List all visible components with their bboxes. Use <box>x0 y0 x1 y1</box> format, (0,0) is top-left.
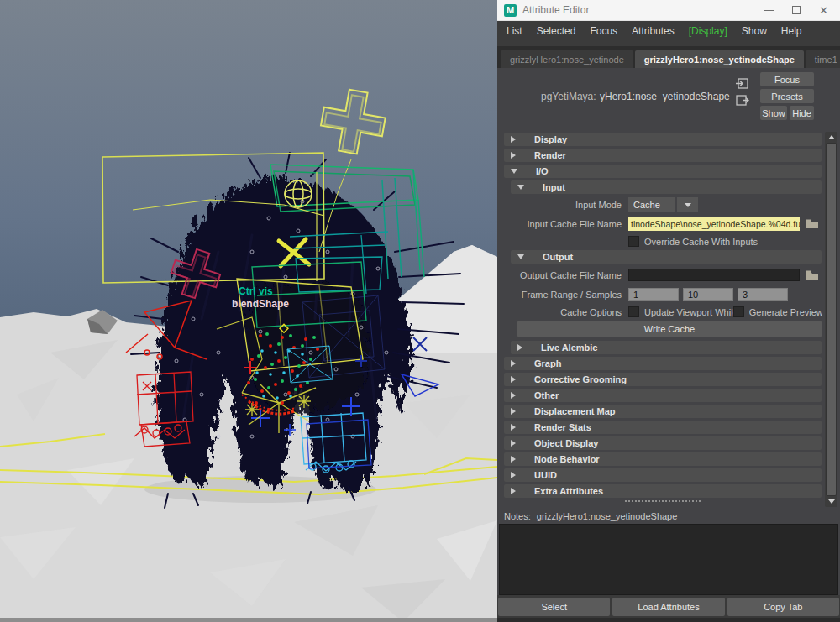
viewport-bottom-edge <box>0 618 497 622</box>
section-display[interactable]: Display <box>504 133 822 146</box>
menu-help[interactable]: Help <box>781 25 802 37</box>
attributes-scroll-area: Display Render I/O Input Input Mode Cach… <box>497 130 840 509</box>
maximize-icon[interactable] <box>792 6 801 14</box>
chevron-down-icon <box>511 169 517 174</box>
browse-folder-icon[interactable] <box>806 269 819 280</box>
section-graph[interactable]: Graph <box>504 357 822 370</box>
footer-buttons: Select Load Attributes Copy Tab <box>497 595 840 618</box>
load-arrow-out-icon[interactable] <box>735 94 749 107</box>
section-label: Render <box>534 150 566 160</box>
chevron-right-icon <box>511 456 516 463</box>
attribute-editor-panel: M Attribute Editor ✕ List Selected Focus… <box>497 0 840 622</box>
update-viewport-label: Update Viewport While <box>644 307 733 317</box>
notes-textarea[interactable] <box>499 524 838 595</box>
samples-field[interactable]: 3 <box>738 288 788 301</box>
chevron-right-icon <box>511 408 516 415</box>
scrollbar-thumb[interactable] <box>826 143 837 496</box>
copy-tab-button[interactable]: Copy Tab <box>727 598 839 616</box>
section-label: Render Stats <box>534 422 591 432</box>
chevron-right-icon <box>511 136 516 143</box>
window-bottom-edge <box>497 618 840 622</box>
window-titlebar[interactable]: M Attribute Editor ✕ <box>497 0 840 21</box>
update-viewport-checkbox[interactable] <box>628 306 639 317</box>
scroll-up-arrow-icon[interactable] <box>825 132 837 143</box>
section-extra-attributes[interactable]: Extra Attributes <box>504 484 822 498</box>
frame-start-field[interactable]: 1 <box>628 288 679 301</box>
viewport-canvas[interactable]: Ctrl vis blendShape <box>0 0 497 622</box>
cache-options-label: Cache Options <box>511 307 628 317</box>
viewport-3d[interactable]: Ctrl vis blendShape <box>0 0 497 622</box>
output-cache-file-field[interactable] <box>628 269 800 281</box>
node-tab-strip: grizzlyHero1:nose_yetinode grizzlyHero1:… <box>497 46 840 68</box>
tab-nose-yetinode[interactable]: grizzlyHero1:nose_yetinode <box>501 50 633 68</box>
section-label: Live Alembic <box>541 342 597 353</box>
maya-application: Ctrl vis blendShape M Attribute Editor ✕… <box>0 0 840 622</box>
section-label: Extra Attributes <box>534 486 603 496</box>
node-header: pgYetiMaya: yHero1:nose_yetinodeShape Fo… <box>497 68 840 130</box>
section-corrective-grooming[interactable]: Corrective Grooming <box>504 373 822 386</box>
chevron-right-icon <box>511 152 516 159</box>
section-resize-dots <box>625 500 701 502</box>
write-cache-button[interactable]: Write Cache <box>517 321 822 337</box>
chevron-right-icon <box>517 344 522 351</box>
section-live-alembic[interactable]: Live Alembic <box>511 341 822 354</box>
node-name-field[interactable]: yHero1:nose_yetinodeShape <box>600 91 730 102</box>
section-other[interactable]: Other <box>504 389 822 402</box>
show-button[interactable]: Show <box>760 106 787 120</box>
section-render[interactable]: Render <box>504 149 822 162</box>
section-uuid[interactable]: UUID <box>504 468 822 482</box>
section-label: UUID <box>534 470 557 480</box>
frame-end-field[interactable]: 10 <box>683 288 733 301</box>
menu-focus[interactable]: Focus <box>590 25 617 37</box>
menu-list[interactable]: List <box>507 25 522 37</box>
override-cache-checkbox[interactable] <box>628 236 639 247</box>
chevron-down-icon <box>517 185 524 190</box>
section-object-display[interactable]: Object Display <box>504 436 822 450</box>
chevron-right-icon <box>511 424 516 431</box>
input-mode-label: Input Mode <box>511 200 628 210</box>
tab-time1[interactable]: time1 <box>806 50 840 68</box>
chevron-right-icon <box>511 392 516 399</box>
override-cache-label: Override Cache With Inputs <box>644 237 758 247</box>
dropdown-arrow-icon[interactable] <box>677 197 698 212</box>
input-mode-select[interactable]: Cache <box>628 197 675 212</box>
section-label: Display <box>534 134 567 144</box>
section-displacement-map[interactable]: Displacement Map <box>504 405 822 418</box>
section-label: Output <box>543 252 573 262</box>
chevron-right-icon <box>511 360 516 367</box>
section-label: Displacement Map <box>534 406 616 416</box>
select-button[interactable]: Select <box>498 598 610 616</box>
menu-show[interactable]: Show <box>742 25 767 37</box>
ctrl-vis-label: Ctrl vis <box>239 285 273 297</box>
input-cache-file-field[interactable]: tinodeShape\nose_yetinodeShape.%04d.fur <box>628 217 800 231</box>
maya-app-icon: M <box>504 4 517 17</box>
minimize-icon[interactable] <box>764 10 774 11</box>
generate-preview-label: Generate Preview <box>749 307 822 317</box>
section-output[interactable]: Output <box>511 250 822 264</box>
section-node-behavior[interactable]: Node Behavior <box>504 452 822 466</box>
focus-button[interactable]: Focus <box>760 72 814 86</box>
section-label: Corrective Grooming <box>534 374 627 384</box>
menu-attributes[interactable]: Attributes <box>632 25 675 37</box>
load-arrow-in-icon[interactable] <box>735 77 749 90</box>
tab-nose-yetinodeshape[interactable]: grizzlyHero1:nose_yetinodeShape <box>635 50 804 68</box>
menu-display[interactable]: [Display] <box>689 25 727 37</box>
browse-folder-icon[interactable] <box>806 218 819 229</box>
hide-button[interactable]: Hide <box>790 106 814 120</box>
menu-selected[interactable]: Selected <box>537 25 576 37</box>
section-io[interactable]: I/O <box>504 165 822 178</box>
notes-label: Notes: <box>504 511 531 521</box>
panel-scrollbar[interactable] <box>825 132 837 507</box>
section-render-stats[interactable]: Render Stats <box>504 421 822 434</box>
notes-node-name: grizzlyHero1:nose_yetinodeShape <box>537 511 678 521</box>
section-input[interactable]: Input <box>511 180 822 194</box>
close-icon[interactable]: ✕ <box>819 5 828 16</box>
section-label: Other <box>534 390 559 400</box>
scroll-down-arrow-icon[interactable] <box>825 496 837 507</box>
section-label: I/O <box>536 166 549 176</box>
generate-preview-checkbox[interactable] <box>733 306 744 317</box>
presets-button[interactable]: Presets <box>760 89 814 103</box>
load-attributes-button[interactable]: Load Attributes <box>612 598 724 616</box>
notes-row: Notes: grizzlyHero1:nose_yetinodeShape <box>497 509 840 523</box>
blendshape-label: blendShape <box>232 298 289 310</box>
